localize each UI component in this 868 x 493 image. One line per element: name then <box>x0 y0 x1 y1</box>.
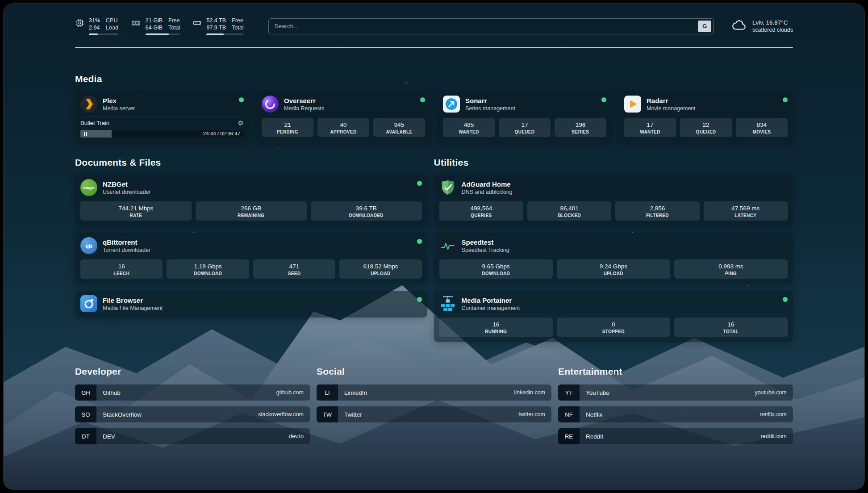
app-card-speedtest[interactable]: Speedtest Speedtest Tracking 9.65 Gbps D… <box>434 233 793 284</box>
app-subtitle: Container management <box>462 305 520 312</box>
stat-blocked: 86,401 BLOCKED <box>527 201 611 221</box>
section-title-media: Media <box>75 74 793 84</box>
bookmark-url: reddit.com <box>761 433 793 439</box>
ram-label-bottom: Total <box>168 24 180 31</box>
bookmark-stackoverflow[interactable]: SO StackOverflow stackoverflow.com <box>75 406 310 422</box>
app-card-radarr[interactable]: Radarr Movie management 17 WANTED 22 QUE… <box>619 91 793 143</box>
stat-series: 196 SERIES <box>555 118 606 137</box>
bookmark-name: LinkedIn <box>338 389 514 396</box>
pause-icon[interactable] <box>84 132 87 136</box>
app-name: Plex <box>103 96 135 105</box>
disk-bar <box>206 33 243 35</box>
status-online-dot <box>783 97 788 102</box>
status-online-dot <box>417 181 422 186</box>
section-utilities: Utilities <box>434 157 793 342</box>
stat-downloaded: 39.6 TB DOWNLOADED <box>311 201 422 221</box>
bookmark-abbr: DT <box>75 428 96 444</box>
weather-widget: Lviv, 16.87°C scattered clouds <box>731 19 793 33</box>
app-subtitle: Movie management <box>647 105 696 112</box>
bookmark-youtube[interactable]: YT YouTube youtube.com <box>558 384 793 401</box>
speedtest-icon <box>439 237 456 254</box>
bookmark-abbr: GH <box>75 384 96 401</box>
playback-progress-bar[interactable]: 24:44 / 02:06:47 <box>80 130 244 138</box>
bookmark-linkedin[interactable]: LI LinkedIn linkedin.com <box>317 384 551 401</box>
app-name: Sonarr <box>465 96 515 105</box>
disk-total-value: 97.9 TB <box>206 24 226 31</box>
stat-filtered: 2,956 FILTERED <box>615 201 699 221</box>
search-input[interactable] <box>268 18 714 34</box>
stat-pending: 21 PENDING <box>262 118 313 137</box>
section-documents: Documents & Files nzbget NZBGet Usenet d… <box>75 157 427 342</box>
top-bar: 31% 2.94 CPU Load <box>75 17 793 35</box>
app-card-filebrowser[interactable]: File Browser Media File Management <box>75 291 427 318</box>
bookmark-github[interactable]: GH Github github.com <box>75 384 310 401</box>
bookmark-netflix[interactable]: NF Netflix netflix.com <box>558 406 793 422</box>
app-card-overseerr[interactable]: Overseerr Media Requests 21 PENDING 40 A… <box>256 91 430 143</box>
section-title-developer: Developer <box>75 366 310 377</box>
adguard-icon <box>439 179 456 196</box>
stat-download: 1.19 Gbps DOWNLOAD <box>167 259 249 279</box>
stat-available: 945 AVAILABLE <box>373 118 425 137</box>
ram-icon <box>131 18 141 29</box>
app-card-portainer[interactable]: Media Portainer Container management 16 … <box>434 291 793 342</box>
bookmark-abbr: SO <box>75 406 96 422</box>
app-subtitle: Speedtest Tracking <box>462 246 509 254</box>
bookmark-dev[interactable]: DT DEV dev.to <box>75 428 310 444</box>
bookmark-group-social: Social LI LinkedIn linkedin.com TW Twitt… <box>317 366 551 444</box>
stat-seed: 471 SEED <box>253 259 335 279</box>
stat-ping: 0.993 ms PING <box>674 259 788 279</box>
disk-label-top: Free <box>232 17 243 24</box>
section-title-social: Social <box>317 366 551 377</box>
app-name: AdGuard Home <box>462 180 513 188</box>
stat-leech: 16 LEECH <box>80 259 163 279</box>
bookmark-url: twitter.com <box>518 411 551 418</box>
bookmark-name: Twitter <box>338 411 518 418</box>
bookmark-reddit[interactable]: RE Reddit reddit.com <box>558 428 793 444</box>
header-divider <box>75 47 793 48</box>
app-card-adguard[interactable]: AdGuard Home DNS and adblocking 498,564 … <box>434 175 793 226</box>
stat-download: 9.65 Gbps DOWNLOAD <box>439 259 553 279</box>
dashboard-root: 31% 2.94 CPU Load <box>3 3 865 490</box>
portainer-icon <box>439 295 456 312</box>
cpu-percent: 31% <box>89 17 100 24</box>
section-title-documents: Documents & Files <box>75 157 427 168</box>
bookmark-twitter[interactable]: TW Twitter twitter.com <box>317 406 551 422</box>
cpu-load-value: 2.94 <box>89 24 100 31</box>
status-online-dot <box>239 97 244 102</box>
cpu-widget: 31% 2.94 CPU Load <box>75 17 118 35</box>
app-card-sonarr[interactable]: Sonarr Series management 485 WANTED 17 Q… <box>438 91 612 143</box>
weather-location: Lviv, 16.87°C <box>752 19 793 26</box>
stat-queued: 17 QUEUED <box>499 118 551 137</box>
weather-condition: scattered clouds <box>752 26 793 33</box>
stat-total: 16 TOTAL <box>674 318 788 337</box>
bookmark-url: github.com <box>276 389 310 396</box>
bookmark-url: stackoverflow.com <box>258 411 310 418</box>
app-subtitle: Usenet downloader <box>103 188 151 196</box>
app-subtitle: Torrent downloader <box>103 246 150 254</box>
plex-icon <box>80 96 97 113</box>
stat-latency: 47.569 ms LATENCY <box>704 201 788 221</box>
app-card-nzbget[interactable]: nzbget NZBGet Usenet downloader 744.21 M… <box>75 175 427 226</box>
app-name: qBittorrent <box>103 238 150 246</box>
ram-total-value: 64 GiB <box>146 24 163 31</box>
ram-widget: 21 GiB 64 GiB Free Total <box>131 17 180 35</box>
bookmark-url: dev.to <box>289 433 310 439</box>
status-online-dot <box>783 297 788 302</box>
overseerr-icon <box>262 96 279 113</box>
ram-bar <box>146 33 180 35</box>
search-engine-button[interactable]: G <box>698 21 711 32</box>
app-card-plex[interactable]: Plex Media server Bullet Train ⚙ <box>75 91 249 143</box>
gear-icon[interactable]: ⚙ <box>238 120 244 127</box>
bookmark-abbr: NF <box>558 406 580 422</box>
status-online-dot <box>420 97 425 102</box>
bookmark-group-developer: Developer GH Github github.com SO StackO… <box>75 366 310 444</box>
playback-time: 24:44 / 02:06:47 <box>203 130 240 137</box>
cpu-bar <box>89 33 118 35</box>
bookmark-url: linkedin.com <box>514 389 551 396</box>
status-online-dot <box>601 97 606 102</box>
app-subtitle: Media Requests <box>284 105 324 112</box>
radarr-icon <box>624 96 641 113</box>
app-name: Overseerr <box>284 96 324 105</box>
app-card-qbittorrent[interactable]: qb qBittorrent Torrent downloader 16 <box>75 233 427 284</box>
bookmark-name: YouTube <box>580 389 755 396</box>
